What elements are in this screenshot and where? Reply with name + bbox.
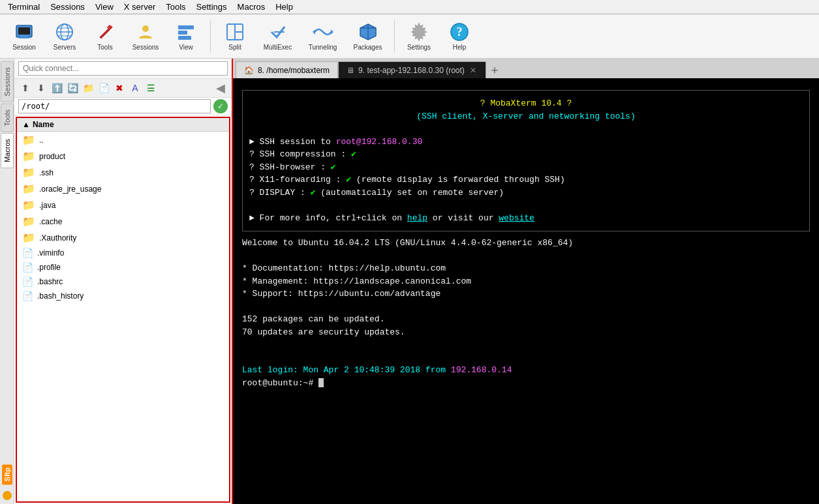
tools-icon: [95, 22, 116, 42]
menu-settings[interactable]: Settings: [191, 1, 232, 13]
toolbar-multiexec-button[interactable]: MultiExec: [256, 17, 299, 56]
file-browser-panel: ⬆ ⬇ ⬆️ 🔄 📁 📄 ✖ A ☰ ◀ ✓ ▲ Name 📁..📁produc…: [14, 59, 233, 504]
svg-marker-19: [313, 29, 315, 35]
toolbar-servers-button[interactable]: Servers: [46, 17, 84, 56]
upload-button[interactable]: ⬆: [18, 81, 33, 95]
menu-xserver[interactable]: X server: [119, 1, 161, 13]
sftp-badge[interactable]: Sftp: [2, 464, 12, 484]
svg-rect-2: [20, 36, 28, 37]
menu-macros[interactable]: Macros: [232, 1, 271, 13]
rename-button[interactable]: A: [128, 81, 142, 95]
toolbar-packages-label: Packages: [354, 44, 382, 51]
file-list-container: ▲ Name 📁..📁product📁.ssh📁.oracle_jre_usag…: [16, 117, 230, 503]
toolbar-tunneling-button[interactable]: Tunneling: [301, 17, 344, 56]
terminal-ssh-line: ► SSH session to root@192.168.0.30: [249, 136, 803, 149]
list-item[interactable]: 📁product: [17, 148, 229, 164]
file-icon: 📄: [22, 276, 33, 287]
path-input[interactable]: [18, 99, 211, 113]
go-up-button[interactable]: ⬆️: [50, 81, 64, 95]
svg-rect-12: [178, 31, 187, 35]
delete-button[interactable]: ✖: [112, 81, 127, 95]
menu-view[interactable]: View: [90, 1, 119, 13]
menu-terminal[interactable]: Terminal: [3, 1, 45, 13]
refresh-button[interactable]: 🔄: [65, 81, 80, 95]
file-icon: 📄: [22, 248, 33, 258]
toolbar-tools-label: Tools: [97, 44, 112, 51]
quick-connect-input[interactable]: [18, 61, 228, 76]
file-name: .cache: [39, 217, 62, 226]
toolbar-settings-button[interactable]: Settings: [400, 17, 438, 56]
collapse-button[interactable]: ◀: [213, 81, 228, 95]
terminal-welcome-box: ? MobaXterm 10.4 ? (SSH client, X-server…: [242, 90, 810, 231]
toolbar-multiexec-label: MultiExec: [264, 44, 292, 51]
svg-rect-11: [178, 25, 194, 29]
menu-tools[interactable]: Tools: [161, 1, 191, 13]
menu-help[interactable]: Help: [270, 1, 298, 13]
list-item[interactable]: 📁.Xauthority: [17, 230, 229, 246]
terminal-welcome-text: Welcome to Ubuntu 16.04.2 LTS (GNU/Linux…: [242, 237, 810, 250]
menu-sessions[interactable]: Sessions: [45, 1, 90, 13]
path-confirm-button[interactable]: ✓: [213, 99, 228, 113]
list-item[interactable]: 📄.viminfo: [17, 246, 229, 260]
svg-point-10: [142, 25, 149, 32]
side-tab-macros[interactable]: Macros: [1, 133, 14, 168]
multiexec-icon: [268, 22, 288, 42]
list-item[interactable]: 📁.ssh: [17, 164, 229, 181]
svg-text:?: ?: [457, 25, 463, 38]
tab-close-button[interactable]: ✕: [469, 66, 478, 75]
terminal-mgmt: * Management: https://landscape.canonica…: [242, 275, 810, 288]
toolbar-separator-2: [394, 20, 395, 53]
folder-icon: 📁: [22, 231, 35, 244]
terminal-last-login: Last login: Mon Apr 2 10:48:39 2018 from…: [242, 364, 810, 377]
toolbar-packages-button[interactable]: Packages: [347, 17, 389, 56]
list-item[interactable]: 📁..: [17, 132, 229, 148]
terminal-help-link[interactable]: help: [407, 213, 427, 223]
terminal-support: * Support: https://ubuntu.com/advantage: [242, 288, 810, 301]
terminal-check-x11: ? X11-forwarding : ✔ (remote display is …: [249, 173, 803, 186]
terminal-content[interactable]: ? MobaXterm 10.4 ? (SSH client, X-server…: [233, 78, 819, 504]
list-item[interactable]: 📄.profile: [17, 260, 229, 274]
session-icon: [14, 22, 35, 42]
toolbar-sessions-button[interactable]: Sessions: [127, 17, 164, 56]
toolbar-split-button[interactable]: Split: [216, 17, 254, 56]
tab-add-button[interactable]: ＋: [486, 61, 503, 78]
file-list: 📁..📁product📁.ssh📁.oracle_jre_usage📁.java…: [17, 132, 229, 303]
file-name: ..: [39, 136, 44, 145]
sessions-icon: [135, 22, 156, 42]
list-item[interactable]: 📁.cache: [17, 213, 229, 230]
new-file-button[interactable]: 📄: [97, 81, 111, 95]
terminal-docs: * Documentation: https://help.ubuntu.com: [242, 262, 810, 275]
file-toolbar: ⬆ ⬇ ⬆️ 🔄 📁 📄 ✖ A ☰ ◀: [14, 79, 232, 98]
toolbar-separator-1: [210, 20, 211, 53]
list-item[interactable]: 📁.oracle_jre_usage: [17, 181, 229, 197]
toolbar-session-button[interactable]: Session: [5, 17, 43, 56]
tab-ssh[interactable]: 🖥 9. test-app-192.168.0.30 (root) ✕: [338, 61, 486, 78]
terminal-website-link[interactable]: website: [499, 213, 534, 223]
svg-rect-1: [18, 27, 30, 35]
file-list-header-label: Name: [33, 120, 54, 129]
list-item[interactable]: 📄.bash_history: [17, 289, 229, 303]
toolbar-tools-button[interactable]: Tools: [86, 17, 124, 56]
terminal-check-compression: ? SSH compression : ✔: [249, 148, 803, 161]
file-icon: 📄: [22, 291, 33, 301]
terminal-subtitle: (SSH client, X-server and networking too…: [249, 110, 803, 123]
terminal-prompt-line: root@ubuntu:~#: [242, 377, 810, 390]
folder-icon: 📁: [22, 215, 35, 228]
new-folder-button[interactable]: 📁: [81, 81, 95, 95]
download-button[interactable]: ⬇: [34, 81, 48, 95]
menu-button[interactable]: ☰: [144, 81, 158, 95]
toolbar-tunneling-label: Tunneling: [309, 44, 337, 51]
tab-bar: 🏠 8. /home/mobaxterm 🖥 9. test-app-192.1…: [233, 59, 819, 78]
svg-rect-13: [178, 36, 191, 40]
side-tabs: Sessions Tools Macros Sftp: [0, 59, 14, 504]
main-container: Sessions Tools Macros Sftp ⬆ ⬇ ⬆️ 🔄 📁 📄 …: [0, 59, 819, 504]
side-tab-sessions[interactable]: Sessions: [1, 61, 14, 102]
toolbar-help-button[interactable]: ? Help: [440, 17, 478, 56]
side-tab-tools[interactable]: Tools: [1, 104, 14, 132]
list-item[interactable]: 📁.java: [17, 197, 229, 213]
svg-marker-18: [331, 29, 333, 35]
list-item[interactable]: 📄.bashrc: [17, 274, 229, 289]
tab-home[interactable]: 🏠 8. /home/mobaxterm: [236, 61, 338, 78]
toolbar-view-button[interactable]: View: [167, 17, 205, 56]
file-name: .Xauthority: [39, 233, 76, 243]
